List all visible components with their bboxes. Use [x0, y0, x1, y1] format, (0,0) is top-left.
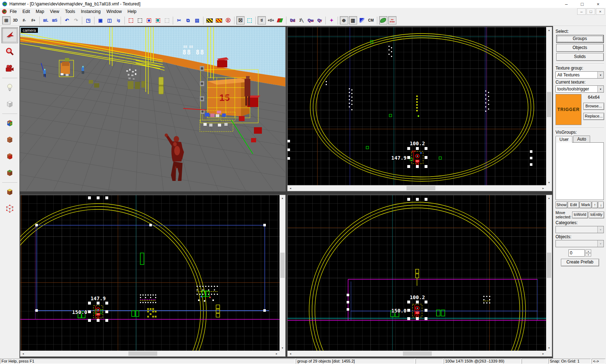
horizontal-scrollbar[interactable]: ◄► — [287, 185, 546, 191]
close-button[interactable]: × — [590, 0, 606, 8]
menu-item-file[interactable]: File — [7, 8, 19, 15]
copy-button[interactable]: ⧉ — [184, 16, 192, 25]
texture-group-dropdown[interactable]: All Textures ▼ — [556, 71, 604, 79]
menu-item-map[interactable]: Map — [33, 8, 47, 15]
scroll-down-button[interactable]: ▼ — [280, 345, 285, 351]
run-3d-button[interactable]: 3╲ — [297, 16, 306, 25]
radius-culling-button[interactable]: Ⓡ — [224, 16, 232, 25]
save-window-state-button[interactable]: ⊞S — [50, 16, 59, 25]
ignore-groups-button[interactable]: ig — [114, 16, 123, 25]
mdi-restore-button[interactable]: □ — [587, 8, 595, 15]
scroll-thumb[interactable] — [403, 351, 432, 356]
visgroup-up-button[interactable]: ↑ — [592, 201, 598, 208]
fade-preview-button[interactable] — [358, 16, 366, 25]
shaded-textures-button[interactable]: ▥ — [349, 16, 357, 25]
group-button[interactable]: ▣ — [96, 16, 105, 25]
smoothing-groups-button[interactable]: ⊕ — [340, 16, 348, 25]
visgroup-show-button[interactable]: Show — [556, 201, 567, 208]
menu-item-view[interactable]: View — [47, 8, 62, 15]
grid-3d-button[interactable]: 3D — [11, 16, 19, 25]
chevron-down-icon[interactable]: ▼ — [597, 86, 603, 92]
minimize-button[interactable]: – — [558, 0, 574, 8]
prefab-count-input[interactable] — [568, 249, 585, 257]
scroll-right-button[interactable]: ► — [540, 185, 546, 191]
grid-larger-button[interactable]: #+ — [29, 16, 38, 25]
scroll-right-button[interactable]: ► — [540, 351, 546, 356]
scroll-up-button[interactable]: ▲ — [546, 195, 552, 201]
viewport-2d-side[interactable]: 100.2 150.0 ▲▼ ◄► — [287, 195, 552, 357]
menu-item-edit[interactable]: Edit — [19, 8, 33, 15]
vertical-scrollbar[interactable]: ▲▼ — [546, 195, 552, 351]
apply-decals-tool-button[interactable] — [1, 148, 18, 164]
tab-visgroups-auto[interactable]: Auto — [573, 136, 590, 142]
select-groups-button[interactable]: Groups — [556, 35, 604, 43]
maximize-button[interactable]: □ — [574, 0, 590, 8]
texture-scale-lock-button[interactable]: +tl+ — [267, 16, 275, 25]
scroll-thumb[interactable] — [280, 253, 285, 278]
scroll-down-button[interactable]: ▼ — [546, 179, 552, 185]
select-solids-button[interactable]: Solids — [556, 53, 604, 61]
camera-tool-button[interactable] — [1, 61, 18, 76]
undo-button[interactable]: ↶ — [63, 16, 71, 25]
redo-button[interactable]: ↷ — [72, 16, 80, 25]
hide-unselected-button[interactable] — [136, 16, 144, 25]
carve-button[interactable]: ◳ — [84, 16, 92, 25]
snap-grid-button[interactable]: ⊞ — [2, 16, 10, 25]
show-hidden-button[interactable] — [145, 16, 153, 25]
scroll-left-button[interactable]: ◄ — [20, 351, 26, 356]
vertical-scrollbar[interactable]: ▲▼ — [280, 195, 285, 351]
hide-selected-button[interactable] — [127, 16, 135, 25]
cut-button[interactable]: ✂ — [175, 16, 183, 25]
viewport-2d-front[interactable]: 147.9 150.0 ▲▼ ◄► — [20, 195, 286, 357]
selection-mode-marquee-button[interactable] — [245, 16, 254, 25]
horizontal-scrollbar[interactable]: ◄► — [20, 351, 280, 356]
model-fade-button[interactable] — [379, 16, 387, 25]
visgroups-list[interactable] — [556, 142, 604, 200]
flip-texture-button[interactable] — [276, 16, 284, 25]
hide-items-button[interactable] — [205, 16, 214, 25]
tab-visgroups-user[interactable]: User — [556, 136, 572, 143]
overlay-tool-button[interactable] — [1, 165, 18, 181]
menu-item-instancing[interactable]: Instancing — [78, 8, 104, 15]
categories-dropdown[interactable]: ▼ — [556, 226, 604, 233]
magnify-tool-button[interactable] — [1, 44, 18, 60]
apply-current-texture-tool-button[interactable] — [1, 132, 18, 148]
vertex-tool-button[interactable] — [1, 201, 18, 217]
visgroup-mark-button[interactable]: Mark — [580, 201, 592, 208]
texture-application-tool-button[interactable] — [1, 115, 18, 131]
block-tool-button[interactable] — [1, 96, 18, 112]
scroll-thumb[interactable] — [547, 92, 551, 117]
cordon-toggle-button[interactable] — [154, 16, 162, 25]
scroll-thumb[interactable] — [407, 186, 435, 190]
cordon-edit-button[interactable] — [163, 16, 171, 25]
visgroup-edit-button[interactable]: Edit — [568, 201, 580, 208]
menu-item-tools[interactable]: Tools — [62, 8, 78, 15]
run-qr-button[interactable]: Qr — [315, 16, 324, 25]
hide-unselected-items-button[interactable] — [215, 16, 223, 25]
entity-tool-button[interactable] — [1, 80, 18, 96]
mdi-minimize-button[interactable]: – — [577, 8, 586, 15]
scroll-left-button[interactable]: ◄ — [287, 185, 293, 191]
nodraw-preview-button[interactable]: no draw — [388, 16, 396, 25]
browse-button[interactable]: Browse... — [583, 103, 604, 110]
current-texture-dropdown[interactable]: tools/toolstrigger ▼ — [556, 85, 604, 93]
grid-smaller-button[interactable]: #- — [20, 16, 28, 25]
texture-preview[interactable]: TRIGGER — [556, 94, 581, 125]
scroll-down-button[interactable]: ▼ — [546, 345, 552, 351]
visgroup-down-button[interactable]: ↓ — [598, 201, 604, 208]
scroll-thumb[interactable] — [547, 253, 551, 278]
to-world-button[interactable]: toWorld — [572, 212, 588, 218]
scroll-up-button[interactable]: ▲ — [280, 195, 285, 201]
viewport-3d-camera[interactable]: 88 88 88 88 15 — [20, 27, 286, 191]
paste-button[interactable]: ▤ — [193, 16, 201, 25]
replace-button[interactable]: Replace... — [583, 113, 604, 120]
viewport-2d-top[interactable]: 100.2 147.9 ▲▼ ◄► — [287, 27, 552, 191]
spin-down-button[interactable]: ▼ — [585, 253, 591, 257]
run-map-button[interactable]: Dd — [288, 16, 297, 25]
toggle-helpers-button[interactable]: ✦ — [328, 16, 336, 25]
vertical-scrollbar[interactable]: ▲▼ — [546, 27, 552, 185]
chevron-down-icon[interactable]: ▼ — [597, 72, 603, 78]
mdi-close-button[interactable]: × — [596, 8, 605, 15]
horizontal-scrollbar[interactable]: ◄► — [287, 351, 546, 356]
selection-tool-button[interactable] — [1, 27, 18, 43]
